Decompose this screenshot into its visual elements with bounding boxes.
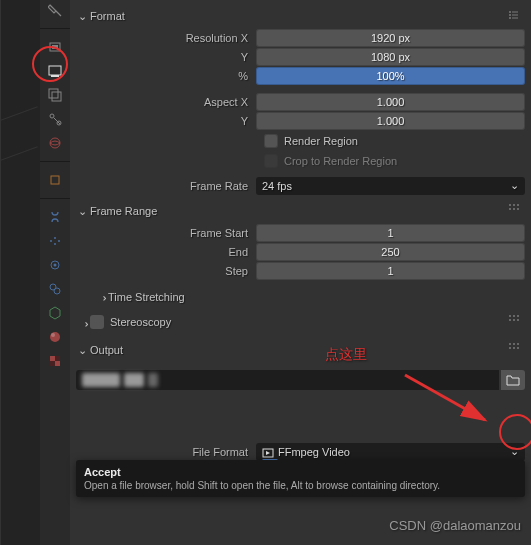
file-format-dropdown[interactable]: FFmpeg Video	[256, 443, 525, 461]
section-title: Format	[90, 10, 507, 22]
svg-rect-5	[52, 92, 61, 101]
field-label: Y	[76, 51, 256, 63]
svg-point-35	[517, 208, 519, 210]
options-icon[interactable]	[507, 203, 523, 219]
world-icon[interactable]	[47, 135, 63, 151]
particles-icon[interactable]	[47, 233, 63, 249]
svg-point-6	[50, 114, 54, 118]
aspect-x-field[interactable]: 1.000	[256, 93, 525, 111]
tooltip-title: Accept	[84, 466, 517, 478]
format-section: ⌄ Format Resolution X1920 px Y1080 px %1…	[76, 4, 525, 195]
texture-icon[interactable]	[47, 353, 63, 369]
physics-icon[interactable]	[47, 257, 63, 273]
checkbox-label: Crop to Render Region	[284, 155, 397, 167]
svg-point-47	[517, 347, 519, 349]
resolution-percent-field[interactable]: 100%	[256, 67, 525, 85]
svg-rect-1	[52, 45, 58, 49]
browse-folder-button[interactable]	[501, 370, 525, 390]
checkbox-label: Render Region	[284, 135, 358, 147]
tool-icon[interactable]	[47, 2, 63, 18]
svg-rect-22	[55, 356, 60, 361]
field-label: %	[76, 70, 256, 82]
svg-point-13	[54, 243, 56, 245]
svg-point-17	[54, 288, 60, 294]
field-label: Step	[76, 265, 256, 277]
svg-point-8	[50, 138, 60, 148]
data-icon[interactable]	[47, 305, 63, 321]
svg-point-33	[509, 208, 511, 210]
svg-point-42	[509, 343, 511, 345]
svg-point-26	[509, 14, 511, 16]
svg-rect-29	[512, 18, 518, 19]
svg-point-12	[58, 240, 60, 242]
svg-point-32	[517, 204, 519, 206]
field-label: Frame Start	[76, 227, 256, 239]
options-icon[interactable]	[507, 8, 523, 24]
svg-point-44	[517, 343, 519, 345]
section-title: Time Stretching	[108, 291, 185, 303]
svg-point-18	[50, 332, 60, 342]
modifier-icon[interactable]	[47, 209, 63, 225]
object-icon[interactable]	[47, 172, 63, 188]
constraints-icon[interactable]	[47, 281, 63, 297]
stereoscopy-checkbox[interactable]	[90, 315, 104, 329]
frame-range-header[interactable]: ⌄ Frame Range	[76, 199, 525, 223]
chevron-right-icon: ⌄	[96, 291, 109, 303]
scene-icon[interactable]	[47, 111, 63, 127]
svg-point-34	[513, 208, 515, 210]
frame-range-section: ⌄ Frame Range Frame Start1 End250 Step1 …	[76, 199, 525, 306]
frame-end-field[interactable]: 250	[256, 243, 525, 261]
properties-tab-rail	[40, 0, 70, 545]
svg-point-37	[513, 315, 515, 317]
field-label: Aspect X	[76, 96, 256, 108]
format-header[interactable]: ⌄ Format	[76, 4, 525, 28]
render-icon[interactable]	[47, 39, 63, 55]
aspect-y-field[interactable]: 1.000	[256, 112, 525, 130]
tooltip: Accept Open a file browser, hold Shift t…	[76, 460, 525, 497]
output-properties-icon[interactable]	[47, 63, 63, 79]
time-stretching-header[interactable]: ⌄ Time Stretching	[76, 287, 525, 306]
chevron-down-icon: ⌄	[78, 10, 90, 23]
output-path-input[interactable]	[76, 370, 499, 390]
svg-point-40	[513, 319, 515, 321]
viewport-3d	[0, 0, 40, 545]
svg-rect-20	[50, 356, 55, 361]
output-section: ⌄ Output File FormatFFmpeg Video Color B…	[76, 338, 525, 480]
svg-point-38	[517, 315, 519, 317]
section-title: Stereoscopy	[110, 316, 507, 328]
resolution-x-field[interactable]: 1920 px	[256, 29, 525, 47]
svg-point-45	[509, 347, 511, 349]
stereoscopy-header[interactable]: ⌄ Stereoscopy	[76, 310, 525, 334]
field-label: File Format	[76, 446, 256, 458]
svg-rect-27	[512, 15, 518, 16]
svg-point-46	[513, 347, 515, 349]
frame-rate-dropdown[interactable]: 24 fps	[256, 177, 525, 195]
video-icon	[262, 447, 274, 459]
crop-region-checkbox	[264, 154, 278, 168]
svg-rect-21	[55, 361, 60, 366]
frame-start-field[interactable]: 1	[256, 224, 525, 242]
svg-point-43	[513, 343, 515, 345]
svg-point-41	[517, 319, 519, 321]
render-region-checkbox[interactable]	[264, 134, 278, 148]
svg-rect-3	[51, 75, 59, 77]
tooltip-body: Open a file browser, hold Shift to open …	[84, 480, 517, 491]
field-label: Resolution X	[76, 32, 256, 44]
frame-step-field[interactable]: 1	[256, 262, 525, 280]
output-header[interactable]: ⌄ Output	[76, 338, 525, 362]
stereoscopy-section: ⌄ Stereoscopy	[76, 310, 525, 334]
svg-point-39	[509, 319, 511, 321]
options-icon[interactable]	[507, 314, 523, 330]
svg-point-30	[509, 204, 511, 206]
section-title: Frame Range	[90, 205, 507, 217]
material-icon[interactable]	[47, 329, 63, 345]
chevron-right-icon: ⌄	[78, 316, 91, 328]
svg-point-11	[54, 237, 56, 239]
field-label: Y	[76, 115, 256, 127]
svg-rect-23	[50, 361, 55, 366]
viewlayer-icon[interactable]	[47, 87, 63, 103]
options-icon[interactable]	[507, 342, 523, 358]
resolution-y-field[interactable]: 1080 px	[256, 48, 525, 66]
chevron-down-icon: ⌄	[78, 344, 90, 357]
svg-point-28	[509, 17, 511, 19]
